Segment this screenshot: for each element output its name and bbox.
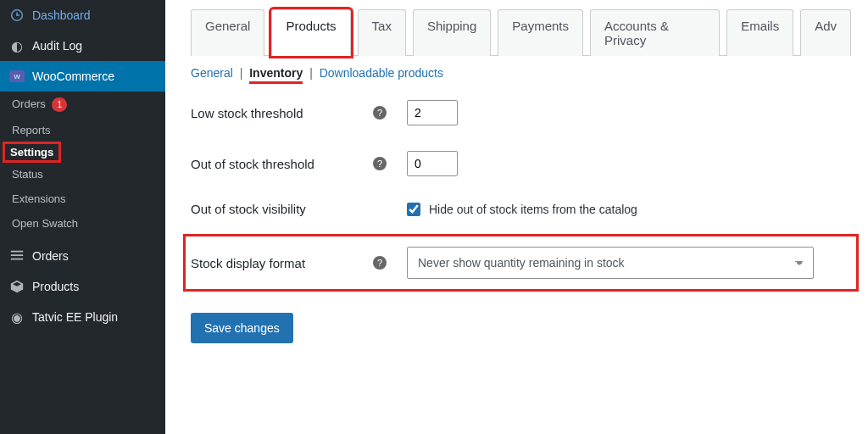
main-content: General Products Tax Shipping Payments A…: [165, 0, 868, 434]
row-visibility: Out of stock visibility Hide out of stoc…: [191, 202, 851, 216]
dashboard-icon: [8, 7, 25, 24]
out-stock-input[interactable]: [407, 151, 458, 176]
sidebar-label: WooCommerce: [32, 70, 114, 83]
audit-icon: ◐: [8, 37, 25, 54]
low-stock-label: Low stock threshold: [191, 106, 303, 120]
visibility-label: Out of stock visibility: [191, 202, 306, 216]
row-low-stock: Low stock threshold ?: [191, 100, 851, 125]
help-icon[interactable]: ?: [373, 157, 387, 170]
sidebar-label: Tatvic EE Plugin: [32, 310, 118, 324]
tab-emails[interactable]: Emails: [726, 9, 793, 56]
svg-rect-2: [11, 259, 23, 260]
visibility-checkbox[interactable]: [407, 203, 420, 216]
sub-navigation: General | Inventory | Downloadable produ…: [191, 66, 851, 80]
woocommerce-icon: W: [8, 68, 25, 85]
visibility-check-label: Hide out of stock items from the catalog: [429, 203, 637, 216]
svg-rect-1: [11, 254, 23, 256]
sidebar-sub-extensions[interactable]: Extensions: [0, 186, 165, 211]
help-icon[interactable]: ?: [373, 256, 387, 270]
subnav-downloadable[interactable]: Downloadable products: [320, 66, 443, 80]
out-stock-label: Out of stock threshold: [191, 157, 314, 171]
admin-sidebar: Dashboard ◐ Audit Log W WooCommerce Orde…: [0, 0, 165, 434]
tab-general[interactable]: General: [191, 9, 264, 56]
tab-shipping[interactable]: Shipping: [413, 9, 491, 56]
sidebar-label: Products: [32, 280, 79, 293]
tab-payments[interactable]: Payments: [498, 9, 583, 56]
tab-accounts[interactable]: Accounts & Privacy: [590, 9, 720, 56]
save-button[interactable]: Save changes: [191, 313, 293, 343]
list-icon: [8, 248, 25, 264]
sidebar-item-orders[interactable]: Orders: [0, 241, 165, 271]
sidebar-sub-reports[interactable]: Reports: [0, 118, 165, 142]
low-stock-input[interactable]: [407, 100, 458, 125]
stock-display-select[interactable]: Never show quantity remaining in stock: [407, 247, 814, 279]
subnav-sep: |: [236, 66, 247, 80]
row-out-stock: Out of stock threshold ?: [191, 151, 851, 176]
sidebar-item-tatvic[interactable]: ◉ Tatvic EE Plugin: [0, 302, 165, 332]
stock-display-label: Stock display format: [191, 256, 305, 270]
sidebar-sub-orders[interactable]: Orders 1: [0, 92, 165, 118]
tab-tax[interactable]: Tax: [358, 9, 406, 56]
plugin-icon: ◉: [8, 309, 25, 326]
sidebar-label: Orders: [32, 249, 69, 263]
subnav-general[interactable]: General: [191, 66, 233, 80]
tab-adv[interactable]: Adv: [800, 9, 851, 56]
sidebar-label: Dashboard: [32, 8, 91, 22]
sidebar-sub-open-swatch[interactable]: Open Swatch: [0, 211, 165, 236]
sidebar-item-dashboard[interactable]: Dashboard: [0, 0, 165, 31]
sidebar-item-products[interactable]: Products: [0, 271, 165, 302]
tab-products[interactable]: Products: [271, 9, 350, 56]
sidebar-sub-label: Orders: [12, 97, 46, 110]
subnav-sep: |: [306, 66, 316, 80]
sidebar-item-audit-log[interactable]: ◐ Audit Log: [0, 31, 165, 61]
sidebar-label: Audit Log: [32, 39, 82, 53]
sidebar-sub-status[interactable]: Status: [0, 162, 165, 186]
sidebar-sub-settings[interactable]: Settings: [3, 142, 60, 162]
help-icon[interactable]: ?: [373, 106, 387, 120]
orders-badge: 1: [52, 97, 67, 112]
svg-rect-0: [11, 251, 23, 253]
settings-tabs: General Products Tax Shipping Payments A…: [191, 8, 851, 56]
sidebar-item-woocommerce[interactable]: W WooCommerce: [0, 61, 165, 92]
package-icon: [8, 278, 25, 295]
subnav-inventory[interactable]: Inventory: [249, 66, 303, 84]
row-stock-display: Stock display format ? Never show quanti…: [191, 242, 851, 284]
